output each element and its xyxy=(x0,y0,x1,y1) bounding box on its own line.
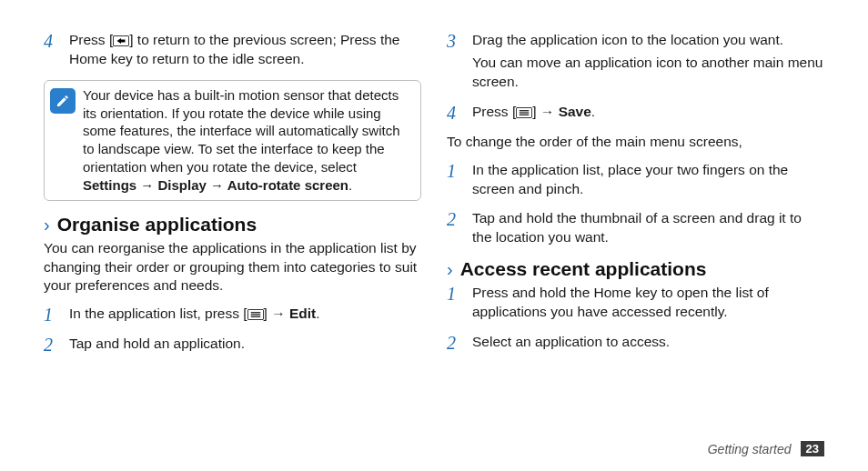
right-column: 3 Drag the application icon to the locat… xyxy=(447,29,824,365)
text: Press [ xyxy=(69,32,113,47)
step-number: 2 xyxy=(44,336,60,358)
text: You can move an application icon to anot… xyxy=(472,54,824,92)
left-step-4: 4 Press [] to return to the previous scr… xyxy=(44,31,421,73)
step-body: In the application list, place your two … xyxy=(472,161,824,203)
text: Drag the application icon to the locatio… xyxy=(472,31,824,50)
page: 4 Press [] to return to the previous scr… xyxy=(0,0,868,471)
step-body: Press [] → Save. xyxy=(472,103,824,125)
left-step-1: 1 In the application list, press [] → Ed… xyxy=(44,305,421,327)
footer: Getting started 23 xyxy=(708,441,824,456)
step-number: 4 xyxy=(44,32,60,74)
heading-access: › Access recent applications xyxy=(447,258,824,280)
menu-icon xyxy=(516,107,532,118)
step-body: Press and hold the Home key to open the … xyxy=(472,284,824,326)
step-body: Tap and hold the thumbnail of a screen a… xyxy=(472,209,824,251)
step-body: Select an application to access. xyxy=(472,333,824,356)
footer-section: Getting started xyxy=(708,442,792,456)
text: Tap and hold the thumbnail of a screen a… xyxy=(472,209,824,247)
text: Select an application to access. xyxy=(472,333,824,352)
text: In the application list, place your two … xyxy=(472,161,824,199)
right-step-a1: 1 Press and hold the Home key to open th… xyxy=(447,284,824,326)
right-step-4: 4 Press [] → Save. xyxy=(447,103,824,125)
step-number: 1 xyxy=(447,162,463,204)
note-callout: Your device has a built-in motion sensor… xyxy=(44,80,421,201)
pencil-icon xyxy=(55,93,71,109)
mid-paragraph: To change the order of the main menu scr… xyxy=(447,133,824,152)
text: Your device has a built-in motion sensor… xyxy=(83,87,399,175)
right-step-2b: 2 Tap and hold the thumbnail of a screen… xyxy=(447,209,824,251)
step-number: 2 xyxy=(447,210,463,252)
right-step-3: 3 Drag the application icon to the locat… xyxy=(447,31,824,95)
heading-text: Access recent applications xyxy=(460,258,707,280)
step-body: In the application list, press [] → Edit… xyxy=(69,305,421,327)
heading-text: Organise applications xyxy=(57,214,257,236)
step-number: 1 xyxy=(447,285,463,326)
bold: Edit xyxy=(289,306,316,321)
text: ] → xyxy=(264,306,289,321)
note-icon xyxy=(50,88,76,114)
step-number: 4 xyxy=(447,104,463,126)
text: Tap and hold an application. xyxy=(69,335,421,354)
text: In the application list, press [ xyxy=(69,306,247,321)
bold: Save xyxy=(559,104,591,119)
left-step-2: 2 Tap and hold an application. xyxy=(44,335,421,357)
heading-organise: › Organise applications xyxy=(44,214,421,236)
intro-paragraph: You can reorganise the applications in t… xyxy=(44,239,421,296)
step-body: Tap and hold an application. xyxy=(69,335,421,357)
step-number: 2 xyxy=(447,334,463,356)
text: . xyxy=(316,306,319,321)
text: Press and hold the Home key to open the … xyxy=(472,284,824,322)
path-bold: Settings → Display → Auto-rotate screen xyxy=(83,177,348,193)
right-step-1b: 1 In the application list, place your tw… xyxy=(447,161,824,203)
note-text: Your device has a built-in motion sensor… xyxy=(83,86,411,195)
back-icon xyxy=(113,35,129,46)
columns: 4 Press [] to return to the previous scr… xyxy=(44,29,824,365)
text: . xyxy=(348,177,352,193)
step-body: Drag the application icon to the locatio… xyxy=(472,31,824,95)
left-column: 4 Press [] to return to the previous scr… xyxy=(44,29,421,365)
text: Press [ xyxy=(472,104,516,119)
step-number: 1 xyxy=(44,306,60,328)
step-number: 3 xyxy=(447,32,463,96)
step-body: Press [] to return to the previous scree… xyxy=(69,31,421,73)
chevron-icon: › xyxy=(447,260,453,278)
chevron-icon: › xyxy=(44,215,50,234)
text: ] → xyxy=(532,104,558,119)
menu-icon xyxy=(247,309,264,320)
page-number: 23 xyxy=(801,441,824,456)
right-step-a2: 2 Select an application to access. xyxy=(447,333,824,356)
text: . xyxy=(591,104,595,119)
